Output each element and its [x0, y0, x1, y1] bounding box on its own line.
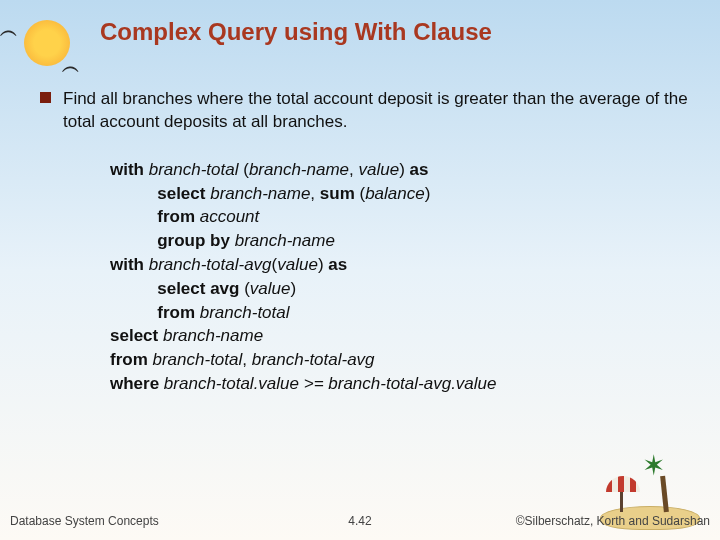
code-line: select branch-name [110, 324, 690, 348]
footer-copyright: ©Silberschatz, Korth and Sudarshan [516, 514, 710, 528]
code-line: group by branch-name [110, 229, 690, 253]
code-line: with branch-total (branch-name, value) a… [110, 158, 690, 182]
bird-icon: ︵ [0, 18, 18, 42]
bullet-square-icon [40, 92, 51, 103]
bullet-item: Find all branches where the total accoun… [40, 88, 690, 134]
slide-title: Complex Query using With Clause [100, 18, 700, 46]
code-line: select avg (value) [110, 277, 690, 301]
code-line: from branch-total, branch-total-avg [110, 348, 690, 372]
code-line: from account [110, 205, 690, 229]
footer-page-number: 4.42 [348, 514, 371, 528]
code-line: with branch-total-avg(value) as [110, 253, 690, 277]
code-line: where branch-total.value >= branch-total… [110, 372, 690, 396]
code-line: select branch-name, sum (balance) [110, 182, 690, 206]
slide-content: Find all branches where the total accoun… [40, 88, 690, 396]
footer-left: Database System Concepts [10, 514, 159, 528]
bird-icon: ︵ [62, 54, 80, 78]
code-block: with branch-total (branch-name, value) a… [110, 158, 690, 396]
bullet-text: Find all branches where the total accoun… [63, 88, 690, 134]
palm-leaves-icon: ✶ [642, 449, 665, 482]
umbrella-icon [606, 476, 640, 492]
code-line: from branch-total [110, 301, 690, 325]
